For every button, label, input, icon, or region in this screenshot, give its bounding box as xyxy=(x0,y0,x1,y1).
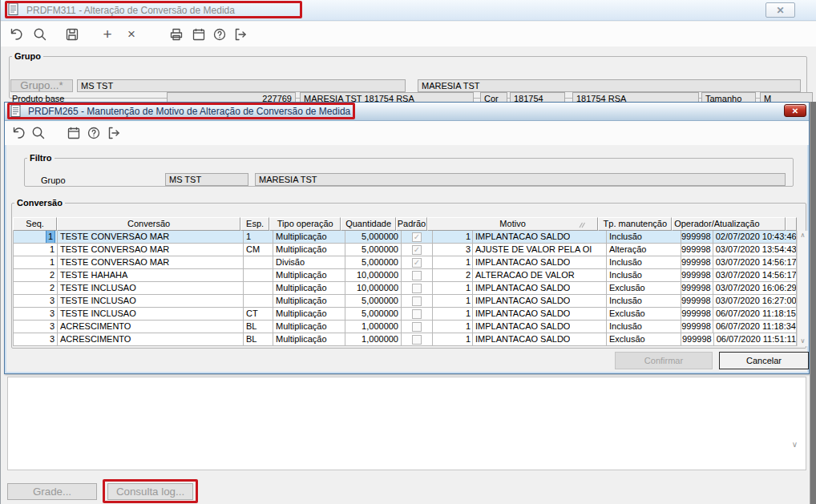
table-row[interactable]: 3TESTE INCLUSAOCTMultiplicação5,0000001I… xyxy=(13,308,797,321)
operador-number: 999998 xyxy=(681,256,713,268)
operador-number: 999998 xyxy=(681,321,713,333)
table-row[interactable]: 3ACRESCIMENTOBLMultiplicação1,0000001IMP… xyxy=(13,333,797,346)
quantidade-cell: 10,000000 xyxy=(345,282,402,295)
quantidade-cell: 5,000000 xyxy=(345,295,402,308)
seq-cell: 3 xyxy=(13,333,58,346)
column-header-motivo[interactable]: Motivo xyxy=(427,217,599,231)
esp-cell: BL xyxy=(244,333,273,346)
seq-cell: 1 xyxy=(13,244,58,256)
padrao-cell xyxy=(402,308,433,321)
table-row[interactable]: 1TESTE CONVERSAO MARCMMultiplicação5,000… xyxy=(13,244,797,256)
undo-icon[interactable] xyxy=(10,124,27,142)
table-row[interactable]: 1TESTE CONVERSAO MAR1Multiplicação5,0000… xyxy=(13,231,797,244)
esp-cell: BL xyxy=(244,321,273,333)
filtro-groupbox: Filtro Grupo MS TST MARESIA TST xyxy=(24,153,794,187)
table-row[interactable]: 1TESTE CONVERSAO MARDivisão5,000000✓1IMP… xyxy=(13,256,797,269)
padrao-checkbox[interactable] xyxy=(412,271,422,280)
conversao-cell: ACRESCIMENTO xyxy=(58,333,244,346)
main-close-button[interactable]: ✕ xyxy=(766,2,795,18)
delete-icon[interactable]: × xyxy=(123,26,140,43)
filtro-grupo-name-field[interactable]: MARESIA TST xyxy=(255,173,786,186)
dialog-toolbar xyxy=(5,121,809,145)
print-icon[interactable] xyxy=(168,26,185,43)
tipo-operacao-cell: Multiplicação xyxy=(273,321,345,333)
seq-cell: 3 xyxy=(13,295,58,308)
padrao-cell xyxy=(402,295,433,308)
tipo-operacao-cell: Multiplicação xyxy=(273,244,345,256)
column-header-quantidade[interactable]: Quantidade xyxy=(341,217,396,231)
column-header-conversao[interactable]: Conversão xyxy=(57,217,240,231)
conversao-table-body: 1TESTE CONVERSAO MAR1Multiplicação5,0000… xyxy=(13,231,797,346)
column-header-tipo-operacao[interactable]: Tipo operação xyxy=(269,217,341,231)
conversao-groupbox: Conversão Seq. Conversão Esp. Tipo opera… xyxy=(11,198,806,349)
column-header-motivo-label: Motivo xyxy=(499,219,525,228)
motivo-number: 1 xyxy=(433,308,473,320)
column-header-seq[interactable]: Seq. xyxy=(13,217,57,231)
padrao-checkbox[interactable] xyxy=(412,335,422,345)
right-edge-strip xyxy=(810,102,816,504)
dialog-close-button[interactable]: ✕ xyxy=(784,104,806,117)
help-icon[interactable] xyxy=(211,26,228,43)
padrao-checkbox[interactable] xyxy=(412,322,422,332)
table-row[interactable]: 2TESTE HAHAHAMultiplicação10,0000002ALTE… xyxy=(13,269,797,282)
filtro-groupbox-label: Filtro xyxy=(27,153,55,163)
column-header-operador-atualizacao[interactable]: Operador/Atualização xyxy=(672,217,786,231)
motivo-cell: 1IMPLANTACAO SALDO xyxy=(433,333,607,346)
motivo-cell: 1IMPLANTACAO SALDO xyxy=(433,295,607,308)
exit-icon[interactable] xyxy=(105,124,123,142)
search-icon[interactable] xyxy=(30,124,47,142)
motivo-text: IMPLANTACAO SALDO xyxy=(473,308,570,320)
operador-number: 999998 xyxy=(681,231,713,243)
motivo-text: AJUSTE DE VALOR PELA OI xyxy=(473,244,592,256)
calendar-icon[interactable] xyxy=(190,26,208,43)
esp-cell xyxy=(244,269,273,282)
search-icon[interactable] xyxy=(31,26,49,43)
padrao-cell xyxy=(402,282,433,295)
conversao-groupbox-label: Conversão xyxy=(14,198,65,208)
quantidade-cell: 5,000000 xyxy=(345,244,402,256)
table-vertical-scrollbar[interactable]: ∧ ∨ xyxy=(797,231,808,346)
padrao-checkbox[interactable] xyxy=(412,296,422,306)
filtro-grupo-code-field[interactable]: MS TST xyxy=(165,173,248,186)
padrao-checkbox[interactable] xyxy=(412,284,422,293)
motivo-number: 1 xyxy=(433,282,473,294)
table-row[interactable]: 3ACRESCIMENTOBLMultiplicação1,0000001IMP… xyxy=(13,321,797,333)
grade-button[interactable]: Grade... xyxy=(7,483,97,500)
undo-icon[interactable] xyxy=(7,26,25,43)
main-content-panel: ∨ xyxy=(7,377,806,470)
help-icon[interactable] xyxy=(85,124,103,142)
esp-cell xyxy=(244,256,273,269)
operador-atualizacao-cell: 99999802/07/2020 10:43:46 xyxy=(681,231,797,244)
motivo-sort-icon xyxy=(578,220,586,231)
consulta-log-button[interactable]: Consulta log... xyxy=(107,483,193,500)
table-row[interactable]: 2TESTE INCLUSAOMultiplicação10,0000001IM… xyxy=(13,282,797,295)
grupo-button[interactable]: Grupo...* xyxy=(10,79,73,92)
tipo-operacao-cell: Multiplicação xyxy=(273,308,345,321)
conversao-cell: TESTE HAHAHA xyxy=(58,269,244,282)
seq-value: 2 xyxy=(50,270,55,280)
tipo-operacao-cell: Multiplicação xyxy=(273,333,345,346)
table-row[interactable]: 3TESTE INCLUSAOMultiplicação5,0000001IMP… xyxy=(13,295,797,308)
padrao-checkbox[interactable]: ✓ xyxy=(412,258,422,268)
add-icon[interactable]: + xyxy=(99,26,116,43)
cancelar-button[interactable]: Cancelar xyxy=(719,352,809,369)
calendar-icon[interactable] xyxy=(65,124,83,142)
scroll-up-icon[interactable]: ∧ xyxy=(798,232,808,240)
window-prdfm265: PRDFM265 - Manutenção de Motivo de Alter… xyxy=(4,102,810,374)
confirmar-button[interactable]: Confirmar xyxy=(615,352,713,369)
column-header-esp[interactable]: Esp. xyxy=(240,217,270,231)
grupo-code-field[interactable]: MS TST xyxy=(77,79,406,92)
save-icon[interactable] xyxy=(63,26,81,43)
seq-value: 2 xyxy=(50,283,55,292)
padrao-checkbox[interactable]: ✓ xyxy=(412,232,422,242)
column-header-tp-manutencao[interactable]: Tp. manutenção xyxy=(598,217,672,231)
grupo-name-field[interactable]: MARESIA TST xyxy=(418,79,801,92)
exit-icon[interactable] xyxy=(232,26,249,43)
padrao-checkbox[interactable] xyxy=(412,309,422,319)
scroll-down-icon[interactable]: ∨ xyxy=(798,337,808,345)
panel-scroll-down-icon[interactable]: ∨ xyxy=(792,440,798,449)
padrao-checkbox[interactable]: ✓ xyxy=(412,245,422,255)
tp-manutencao-cell: Exclusão xyxy=(607,282,681,295)
atualizacao-datetime: 06/07/2020 11:18:15 xyxy=(713,308,796,320)
column-header-padrao[interactable]: Padrão xyxy=(396,217,427,231)
